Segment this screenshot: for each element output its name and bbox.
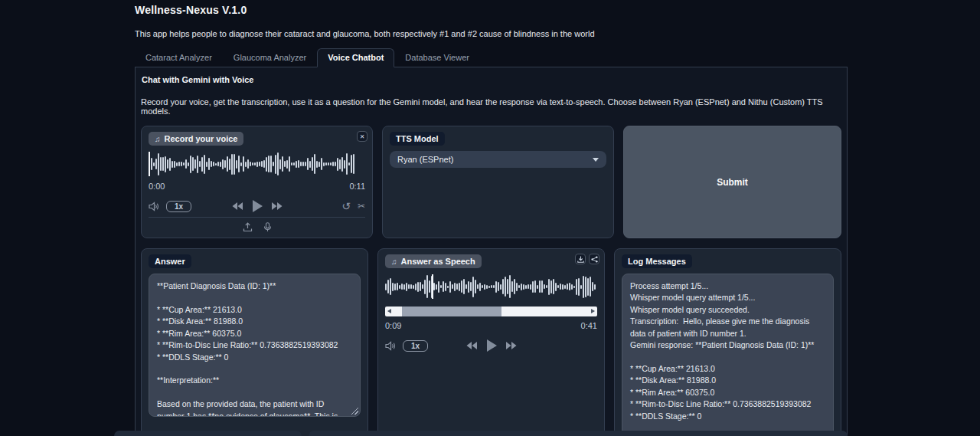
answer-textarea[interactable]: **Patient Diagnosis Data (ID: 1)** * **C… [149,274,361,417]
waveform-bar [197,156,198,173]
waveform-bar [263,160,265,168]
waveform-bar [153,162,155,166]
chevron-down-icon [593,158,599,162]
log-messages-label: Log Messages [622,254,692,268]
waveform-bar [417,282,419,292]
waveform-bar [403,284,405,290]
skip-backward-icon[interactable] [466,341,478,350]
waveform-bar [316,161,318,168]
waveform-bar [555,283,557,291]
answer-textbox-wrap: **Patient Diagnosis Data (ID: 1)** * **C… [149,274,361,417]
waveform-bar [208,158,210,170]
scroll-left-icon[interactable] [387,309,391,313]
waveform-bar [571,284,573,290]
section-title: Chat with Gemini with Voice [141,74,841,84]
waveform-bar [408,284,410,289]
waveform-bar [275,155,276,174]
tts-model-label: TTS Model [390,132,445,146]
waveform-bar [160,157,162,171]
waveform-bar [261,161,263,167]
waveform-bar [194,159,196,169]
microphone-icon[interactable] [263,222,272,232]
submit-button[interactable]: Submit [623,126,841,238]
waveform-bar [300,162,302,166]
waveform-bar [192,157,194,171]
tab-glaucoma-analyzer[interactable]: Glaucoma Analyzer [223,48,317,67]
waveform-bar [318,162,320,167]
scrollbar-thumb[interactable] [402,307,501,316]
waveform-bar [452,284,453,289]
waveform-bar [509,275,511,298]
tab-voice-chatbot[interactable]: Voice Chatbot [317,48,394,67]
share-button[interactable] [589,254,599,264]
speech-waveform[interactable] [385,274,597,300]
waveform-bar [302,162,304,166]
upload-icon[interactable] [243,222,253,232]
play-icon[interactable] [251,199,263,213]
waveform-bar [256,162,258,167]
output-row: Answer **Patient Diagnosis Data (ID: 1)*… [141,248,841,436]
log-textarea[interactable]: Process attempt 1/5... Whisper model que… [622,274,834,436]
answer-panel: Answer **Patient Diagnosis Data (ID: 1)*… [141,248,368,436]
waveform-bar [500,284,501,290]
waveform-bar [298,160,299,168]
playback-cursor [149,152,150,176]
waveform-bar [521,284,522,290]
waveform-bar [183,162,185,166]
log-messages-panel: Log Messages Process attempt 1/5... Whis… [614,248,841,436]
audio-recorder-panel: ♫ Record your voice ✕ 0:00 0:11 [141,126,373,238]
waveform-bar [328,162,329,166]
recorder-times: 0:00 0:11 [149,182,365,191]
waveform-bar [420,282,421,291]
waveform-bar [532,281,534,293]
waveform-bar [390,278,391,295]
waveform-bar [325,162,327,166]
waveform-bar [312,157,313,171]
waveform-bar [585,277,586,297]
tts-model-dropdown[interactable]: Ryan (ESPnet) [390,151,606,168]
waveform-bar [330,162,332,166]
waveform-bar [516,283,518,291]
waveform-bar [309,161,311,168]
waveform-bar [397,283,398,290]
waveform-scrollbar[interactable] [385,307,597,316]
download-button[interactable] [575,254,586,264]
waveform-bar [151,158,152,170]
waveform-bar [443,281,444,292]
waveform-bar [401,284,403,290]
waveform-bar [227,156,228,172]
next-row-panel-edge [309,431,848,436]
waveform-bar [247,159,249,169]
play-icon[interactable] [485,339,498,352]
waveform-bar [587,278,589,296]
waveform-bar [491,285,492,288]
waveform-bar [190,156,191,173]
skip-forward-icon[interactable] [505,341,518,350]
current-time: 0:00 [149,182,165,191]
waveform-bar [573,286,575,288]
close-button[interactable]: ✕ [357,131,368,142]
resize-handle[interactable] [351,408,358,415]
waveform-bar [493,285,495,288]
waveform-bar [279,159,281,169]
waveform-bar [463,279,465,294]
waveform-bar [470,282,472,291]
scroll-right-icon[interactable] [591,309,595,313]
waveform-bar [158,153,159,175]
waveform-bar [578,278,580,296]
waveform-bar [178,162,180,166]
waveform-bar [438,281,439,293]
waveform-bar [199,161,201,167]
skip-forward-icon[interactable] [271,202,283,211]
waveform-bar [539,280,541,293]
download-icon [577,256,584,263]
waveform-bar [511,281,513,292]
waveform-bar [240,162,242,166]
waveform-bar [332,162,334,166]
skip-backward-icon[interactable] [231,202,243,211]
tab-database-viewer[interactable]: Database Viewer [394,48,480,67]
recorder-waveform[interactable] [149,151,365,177]
waveform-bar [406,283,407,291]
waveform-bar [314,154,315,174]
tab-cataract-analyzer[interactable]: Cataract Analyzer [135,48,223,67]
